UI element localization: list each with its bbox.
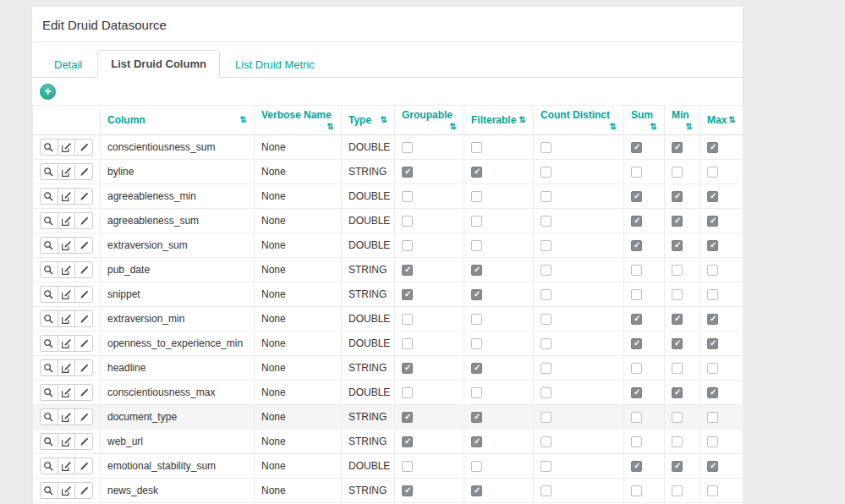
groupable-checkbox[interactable] (402, 314, 413, 325)
groupable-checkbox[interactable] (402, 387, 413, 398)
sum-checkbox[interactable] (631, 387, 642, 398)
view-record-button[interactable] (40, 433, 58, 450)
max-checkbox[interactable] (707, 167, 718, 178)
min-checkbox[interactable] (672, 363, 683, 374)
edit-record-button[interactable] (58, 359, 76, 376)
sort-icon[interactable]: ⇅ (686, 122, 693, 131)
header-count-distinct[interactable]: Count Distinct⇅ (534, 106, 624, 135)
filterable-checkbox[interactable] (471, 436, 482, 447)
max-checkbox[interactable] (707, 461, 718, 472)
count-distinct-checkbox[interactable] (540, 412, 551, 423)
edit-record-button[interactable] (58, 482, 76, 499)
max-checkbox[interactable] (707, 216, 718, 227)
sum-checkbox[interactable] (631, 216, 642, 227)
min-checkbox[interactable] (672, 338, 683, 349)
edit-record-button[interactable] (58, 384, 76, 401)
delete-record-button[interactable] (74, 335, 93, 352)
count-distinct-checkbox[interactable] (540, 265, 551, 276)
header-type[interactable]: Type⇅ (342, 106, 395, 135)
sum-checkbox[interactable] (631, 240, 642, 251)
count-distinct-checkbox[interactable] (540, 338, 551, 349)
edit-record-button[interactable] (58, 212, 76, 229)
groupable-checkbox[interactable] (402, 142, 413, 153)
groupable-checkbox[interactable] (402, 167, 413, 178)
groupable-checkbox[interactable] (402, 240, 413, 251)
sort-icon[interactable]: ⇅ (729, 115, 736, 124)
delete-record-button[interactable] (74, 261, 93, 278)
header-verbose-name[interactable]: Verbose Name⇅ (255, 106, 342, 135)
count-distinct-checkbox[interactable] (540, 363, 551, 374)
groupable-checkbox[interactable] (402, 436, 413, 447)
groupable-checkbox[interactable] (402, 191, 413, 202)
filterable-checkbox[interactable] (471, 338, 482, 349)
filterable-checkbox[interactable] (471, 216, 482, 227)
tab-list-druid-metric[interactable]: List Druid Metric (222, 51, 328, 78)
delete-record-button[interactable] (74, 286, 93, 303)
delete-record-button[interactable] (74, 139, 93, 156)
min-checkbox[interactable] (672, 142, 683, 153)
groupable-checkbox[interactable] (402, 289, 413, 300)
groupable-checkbox[interactable] (402, 216, 413, 227)
header-min[interactable]: Min⇅ (665, 106, 700, 135)
min-checkbox[interactable] (672, 191, 683, 202)
min-checkbox[interactable] (672, 265, 683, 276)
header-max[interactable]: Max⇅ (700, 106, 743, 135)
view-record-button[interactable] (40, 212, 58, 229)
sort-icon[interactable]: ⇅ (327, 122, 334, 131)
min-checkbox[interactable] (672, 240, 683, 251)
header-filterable[interactable]: Filterable⇅ (464, 106, 534, 135)
max-checkbox[interactable] (707, 240, 718, 251)
min-checkbox[interactable] (672, 485, 683, 496)
sum-checkbox[interactable] (631, 338, 642, 349)
delete-record-button[interactable] (74, 408, 93, 425)
sum-checkbox[interactable] (631, 265, 642, 276)
view-record-button[interactable] (40, 457, 58, 474)
max-checkbox[interactable] (707, 363, 718, 374)
delete-record-button[interactable] (74, 212, 93, 229)
count-distinct-checkbox[interactable] (540, 216, 551, 227)
edit-record-button[interactable] (58, 408, 76, 425)
max-checkbox[interactable] (707, 142, 718, 153)
sort-icon[interactable]: ⇅ (450, 122, 457, 131)
edit-record-button[interactable] (58, 139, 76, 156)
view-record-button[interactable] (40, 384, 58, 401)
max-checkbox[interactable] (707, 289, 718, 300)
filterable-checkbox[interactable] (471, 461, 482, 472)
sort-icon[interactable]: ⇅ (650, 122, 657, 131)
edit-record-button[interactable] (58, 310, 76, 327)
view-record-button[interactable] (40, 188, 58, 205)
tab-detail[interactable]: Detail (41, 51, 96, 78)
edit-record-button[interactable] (58, 237, 76, 254)
filterable-checkbox[interactable] (471, 240, 482, 251)
delete-record-button[interactable] (74, 457, 93, 474)
count-distinct-checkbox[interactable] (540, 461, 551, 472)
min-checkbox[interactable] (672, 436, 683, 447)
max-checkbox[interactable] (707, 485, 718, 496)
max-checkbox[interactable] (707, 436, 718, 447)
sum-checkbox[interactable] (631, 363, 642, 374)
edit-record-button[interactable] (58, 286, 76, 303)
sum-checkbox[interactable] (631, 485, 642, 496)
sum-checkbox[interactable] (631, 436, 642, 447)
groupable-checkbox[interactable] (402, 363, 413, 374)
max-checkbox[interactable] (707, 338, 718, 349)
view-record-button[interactable] (40, 261, 58, 278)
sort-icon[interactable]: ⇅ (240, 115, 247, 124)
delete-record-button[interactable] (74, 237, 93, 254)
min-checkbox[interactable] (672, 314, 683, 325)
groupable-checkbox[interactable] (402, 338, 413, 349)
edit-record-button[interactable] (58, 433, 76, 450)
view-record-button[interactable] (40, 482, 58, 499)
max-checkbox[interactable] (707, 412, 718, 423)
sum-checkbox[interactable] (631, 142, 642, 153)
count-distinct-checkbox[interactable] (540, 167, 551, 178)
view-record-button[interactable] (40, 163, 58, 180)
filterable-checkbox[interactable] (471, 289, 482, 300)
sort-icon[interactable]: ⇅ (381, 115, 387, 124)
view-record-button[interactable] (40, 359, 58, 376)
count-distinct-checkbox[interactable] (540, 436, 551, 447)
min-checkbox[interactable] (672, 412, 683, 423)
count-distinct-checkbox[interactable] (540, 485, 551, 496)
groupable-checkbox[interactable] (402, 265, 413, 276)
count-distinct-checkbox[interactable] (540, 387, 551, 398)
